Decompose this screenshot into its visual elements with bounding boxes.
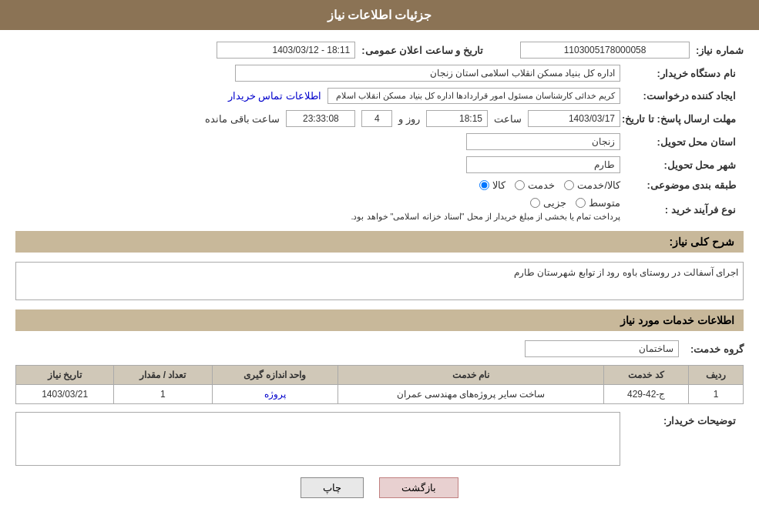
services-table: ردیف کد خدمت نام خدمت واحد اندازه گیری ت…	[15, 365, 744, 404]
deadline-time-label: ساعت	[494, 113, 522, 125]
buyer-notes-textarea[interactable]	[15, 412, 620, 466]
category-label-kala: کالا	[492, 179, 505, 191]
process-label: نوع فرآیند خرید :	[620, 204, 744, 216]
need-number-row: شماره نیاز: 1103005178000058 تاریخ و ساع…	[15, 42, 744, 59]
description-text: اجرای آسفالت در روستای باوه رود از توابع…	[514, 267, 738, 278]
buyer-name-label: نام دستگاه خریدار:	[620, 68, 744, 79]
category-radio-kala[interactable]	[479, 180, 489, 190]
category-label-kala-khedmat: کالا/خدمت	[577, 179, 620, 191]
process-radio-jozyi[interactable]	[530, 198, 540, 208]
process-note: پرداخت تمام یا بخشی از مبلغ خریدار از مح…	[351, 212, 620, 222]
buyer-name-value: اداره کل بنیاد مسکن انقلاب اسلامی استان …	[235, 65, 620, 82]
city-value: طارم	[466, 156, 620, 173]
creator-value: کریم خدائی کارشناسان مسئول امور قرارداده…	[327, 88, 620, 104]
announce-date-value: 18:11 - 1403/03/12	[217, 42, 355, 59]
buyer-notes-label: توضیحات خریدار:	[620, 412, 744, 427]
category-radio-group: کالا/خدمت خدمت کالا	[479, 179, 620, 191]
province-value: زنجان	[466, 133, 620, 150]
city-label: شهر محل تحویل:	[620, 159, 744, 171]
service-group-label: گروه خدمت:	[690, 343, 744, 355]
services-section-title: اطلاعات خدمات مورد نیاز	[15, 309, 744, 331]
page-title: جزئیات اطلاعات نیاز	[327, 8, 432, 22]
process-option-motavaset: متوسط	[576, 197, 620, 209]
service-group-value: ساختمان	[525, 340, 679, 357]
process-label-motavaset: متوسط	[589, 197, 620, 209]
buyer-notes-row: توضیحات خریدار:	[15, 412, 744, 466]
col-header-unit: واحد اندازه گیری	[212, 366, 338, 385]
col-header-code: کد خدمت	[604, 366, 689, 385]
description-section-title: شرح کلی نیاز:	[15, 231, 744, 253]
process-row: نوع فرآیند خرید : متوسط جزیی پرداخت تمام…	[15, 197, 744, 222]
process-option-jozyi: جزیی	[530, 197, 566, 209]
deadline-remaining-label: ساعت باقی مانده	[205, 113, 280, 125]
creator-label: ایجاد کننده درخواست:	[620, 90, 744, 102]
col-header-date: تاریخ نیاز	[16, 366, 114, 385]
page-header: جزئیات اطلاعات نیاز	[0, 0, 759, 30]
buyer-name-row: نام دستگاه خریدار: اداره کل بنیاد مسکن ا…	[15, 65, 744, 82]
table-header-row: ردیف کد خدمت نام خدمت واحد اندازه گیری ت…	[16, 366, 744, 385]
announce-date-label: تاریخ و ساعت اعلان عمومی:	[361, 45, 483, 56]
deadline-time: 18:15	[426, 110, 488, 127]
deadline-row: مهلت ارسال پاسخ: تا تاریخ: 1403/03/17 سا…	[15, 110, 744, 127]
category-radio-kala-khedmat[interactable]	[564, 180, 574, 190]
deadline-days: 4	[361, 110, 392, 127]
table-row: 1 ج-42-429 ساخت سایر پروژه‌های مهندسی عم…	[16, 385, 744, 404]
need-number-value: 1103005178000058	[520, 42, 690, 59]
deadline-label: مهلت ارسال پاسخ: تا تاریخ:	[620, 113, 744, 125]
services-table-container: ردیف کد خدمت نام خدمت واحد اندازه گیری ت…	[15, 365, 744, 404]
cell-code: ج-42-429	[604, 385, 689, 404]
cell-row: 1	[688, 385, 743, 404]
col-header-row: ردیف	[688, 366, 743, 385]
cell-unit: پروژه	[212, 385, 338, 404]
cell-name: ساخت سایر پروژه‌های مهندسی عمران	[338, 385, 604, 404]
category-row: طبقه بندی موضوعی: کالا/خدمت خدمت کالا	[15, 179, 744, 191]
process-radio-motavaset[interactable]	[576, 198, 586, 208]
col-header-quantity: تعداد / مقدار	[114, 366, 212, 385]
need-number-label: شماره نیاز:	[696, 45, 744, 56]
category-option-kala-khedmat: کالا/خدمت	[564, 179, 620, 191]
city-row: شهر محل تحویل: طارم	[15, 156, 744, 173]
col-header-name: نام خدمت	[338, 366, 604, 385]
cell-quantity: 1	[114, 385, 212, 404]
back-button[interactable]: بازگشت	[379, 477, 458, 498]
description-box: اجرای آسفالت در روستای باوه رود از توابع…	[15, 262, 744, 300]
category-label-khedmat: خدمت	[528, 179, 555, 191]
cell-date: 1403/03/21	[16, 385, 114, 404]
province-row: استان محل تحویل: زنجان	[15, 133, 744, 150]
category-label: طبقه بندی موضوعی:	[620, 179, 744, 191]
page-container: جزئیات اطلاعات نیاز شماره نیاز: 11030051…	[0, 0, 759, 532]
category-radio-khedmat[interactable]	[515, 180, 525, 190]
deadline-remaining: 23:33:08	[286, 110, 355, 127]
creator-row: ایجاد کننده درخواست: کریم خدائی کارشناسا…	[15, 88, 744, 104]
print-button[interactable]: چاپ	[301, 477, 364, 498]
deadline-date: 1403/03/17	[528, 110, 620, 127]
process-label-jozyi: جزیی	[543, 197, 566, 209]
deadline-days-label: روز و	[398, 113, 420, 125]
category-option-khedmat: خدمت	[515, 179, 555, 191]
process-radio-group: متوسط جزیی	[530, 197, 620, 209]
description-section-wrapper: شرح کلی نیاز: اجرای آسفالت در روستای باو…	[15, 231, 744, 300]
service-group-row: گروه خدمت: ساختمان	[15, 340, 744, 357]
contact-link[interactable]: اطلاعات تماس خریدار	[228, 90, 321, 102]
province-label: استان محل تحویل:	[620, 136, 744, 148]
button-row: بازگشت چاپ	[15, 477, 744, 498]
content-area: شماره نیاز: 1103005178000058 تاریخ و ساع…	[0, 30, 759, 521]
category-option-kala: کالا	[479, 179, 505, 191]
